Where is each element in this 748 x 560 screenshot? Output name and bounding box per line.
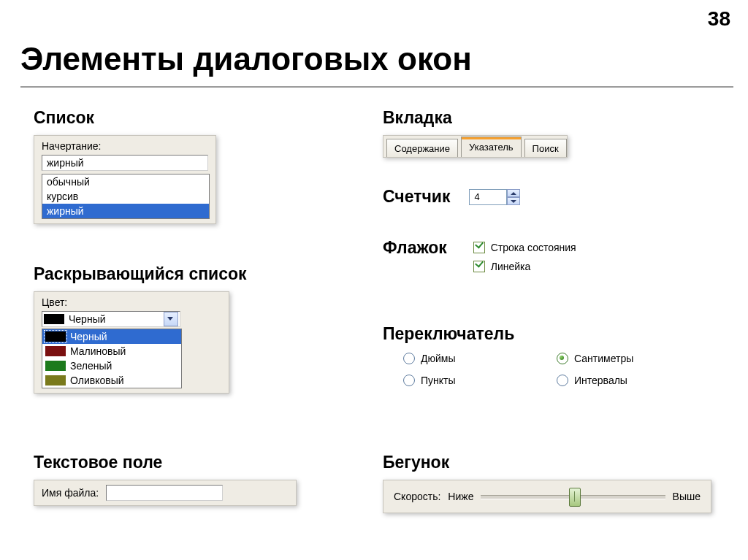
section-label-dropdown: Раскрывающийся список [34,264,247,284]
list-item[interactable]: курсив [42,189,209,204]
tab-index[interactable]: Указатель [461,137,522,157]
checkbox-label: Строка состояния [491,242,576,253]
checkbox-label: Линейка [491,261,531,272]
dropdown-value: Черный [69,313,106,325]
section-label-tabs: Вкладка [383,108,568,128]
tab-content[interactable]: Содержание [386,139,458,157]
dropdown-panel: Цвет: Черный Черный Малиновый Зеленый Ол… [34,291,229,394]
section-label-radio: Переключатель [383,324,710,344]
dropdown-label: Цвет: [42,296,223,308]
checkbox-icon[interactable] [473,242,485,253]
radio-points[interactable]: Пункты [403,375,557,386]
listbox-panel: Начертание: обычный курсив жирный [34,135,216,224]
spinner-value[interactable]: 4 [469,189,507,205]
tab-search[interactable]: Поиск [524,139,567,157]
slider-panel: Скорость: Ниже Выше [383,480,711,513]
spinner-up-icon[interactable] [507,189,520,197]
listbox-items[interactable]: обычный курсив жирный [42,174,210,219]
dropdown-closed[interactable]: Черный [42,311,180,327]
radio-label: Дюймы [421,353,456,364]
section-label-slider: Бегунок [383,453,711,472]
section-list: Список Начертание: обычный курсив жирный [34,108,216,224]
spinner-down-icon[interactable] [507,197,520,205]
section-label-counter: Счетчик [383,187,450,207]
section-textfield: Текстовое поле Имя файла: [34,453,297,506]
color-swatch-icon [44,314,64,324]
filename-input[interactable] [106,485,223,501]
color-swatch-icon [45,361,66,371]
dropdown-open-list[interactable]: Черный Малиновый Зеленый Оливковый [42,329,182,388]
textfield-panel: Имя файла: [34,480,297,506]
color-swatch-icon [45,331,66,342]
section-label-checkbox: Флажок [383,238,447,258]
dropdown-item-label: Зеленый [70,360,112,372]
dropdown-item[interactable]: Малиновый [42,344,181,358]
listbox-value-input[interactable] [42,155,208,171]
radio-icon[interactable] [403,375,415,386]
radio-label: Пункты [421,375,456,386]
radio-centimeters[interactable]: Сантиметры [557,353,710,364]
textfield-label: Имя файла: [42,487,99,499]
color-swatch-icon [45,346,66,356]
slider-track[interactable] [481,488,665,505]
section-tabs: Вкладка Содержание Указатель Поиск [383,108,568,158]
section-counter: Счетчик 4 [383,187,520,207]
listbox-label: Начертание: [42,140,210,152]
checkbox-icon[interactable] [473,261,485,272]
radio-icon[interactable] [403,353,415,364]
section-slider: Бегунок Скорость: Ниже Выше [383,453,711,513]
section-radio: Переключатель Дюймы Сантиметры Пункты Ин… [383,324,710,386]
section-label-list: Список [34,108,216,128]
page-title: Элементы диалоговых окон [20,41,472,77]
dropdown-item[interactable]: Зеленый [42,358,181,373]
dropdown-item-label: Малиновый [70,345,126,357]
title-rule [20,86,733,88]
dropdown-item-label: Черный [70,331,107,342]
checkbox-ruler[interactable]: Линейка [473,257,576,276]
dropdown-item[interactable]: Черный [42,329,181,344]
section-label-textfield: Текстовое поле [34,453,297,472]
list-item[interactable]: обычный [42,174,209,189]
list-item[interactable]: жирный [42,204,209,218]
tab-strip: Содержание Указатель Поиск [383,135,568,158]
section-dropdown: Раскрывающийся список Цвет: Черный Черны… [34,264,247,394]
radio-label: Интервалы [574,375,627,386]
page-number: 38 [708,7,730,31]
radio-label: Сантиметры [574,353,633,364]
slider-low-label: Ниже [448,491,473,502]
dropdown-item-label: Оливковый [70,375,124,386]
slider-caption: Скорость: [394,491,440,502]
dropdown-item[interactable]: Оливковый [42,373,181,388]
radio-inches[interactable]: Дюймы [403,353,557,364]
radio-icon[interactable] [557,375,568,386]
checkbox-statusbar[interactable]: Строка состояния [473,238,576,257]
radio-icon[interactable] [557,353,568,364]
color-swatch-icon [45,375,66,386]
radio-intervals[interactable]: Интервалы [557,375,710,386]
slider-thumb-icon[interactable] [569,488,581,507]
chevron-down-icon[interactable] [164,312,178,326]
spinner[interactable]: 4 [469,189,520,205]
section-checkbox: Флажок Строка состояния Линейка [383,238,576,276]
slider-high-label: Выше [673,491,701,502]
